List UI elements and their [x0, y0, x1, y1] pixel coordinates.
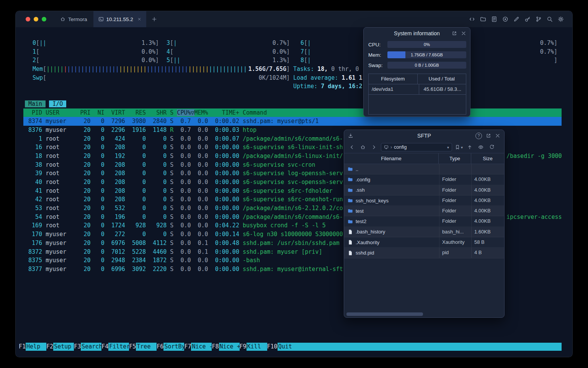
system-information-panel: System information CPU: 0% Mem: 1.75GB /…: [363, 27, 470, 117]
fkey-label-nice[interactable]: Nice +: [219, 343, 240, 351]
file-type: Folder: [439, 216, 471, 226]
back-button[interactable]: [348, 143, 356, 151]
horizontal-scrollbar[interactable]: [346, 312, 503, 316]
process-row-8374[interactable]: 8374 myuser 20 0 7296 3980 2840 S 0.7 0.…: [16, 117, 572, 126]
htop-tab-main[interactable]: Main: [25, 100, 46, 107]
folder-icon: [348, 166, 353, 172]
zoom-window-button[interactable]: [42, 17, 46, 21]
sftp-panel: SFTP ? › config ▾ ▾: [344, 130, 505, 318]
filesystem-table: Filesystem Used / Total /dev/vda1 45.61G…: [368, 74, 466, 115]
command-overflow: ipcserver-access: [506, 213, 562, 222]
file-row-sshd.pid[interactable]: sshd.pidpid4 B: [344, 248, 504, 258]
fkey-label-nice[interactable]: Nice -: [191, 343, 212, 351]
file-row-..[interactable]: ..: [344, 164, 504, 174]
plus-icon: [152, 16, 157, 22]
sort-column-cpu[interactable]: CPU%▽: [177, 109, 194, 116]
close-tab-icon[interactable]: [137, 17, 141, 21]
code-icon[interactable]: [469, 16, 475, 22]
minimize-window-button[interactable]: [34, 17, 38, 21]
column-type[interactable]: Type: [438, 153, 471, 164]
file-row-.ssh[interactable]: .sshFolder4.00KB: [344, 185, 504, 196]
help-icon[interactable]: ?: [475, 133, 482, 139]
file-row-ssh_host_keys[interactable]: ssh_host_keysFolder4.00KB: [344, 196, 504, 206]
fkey-label-search[interactable]: Search: [81, 343, 101, 351]
column-size[interactable]: Size: [471, 153, 504, 164]
swap-usage-bar: 0 B / 1.00GB: [387, 62, 466, 69]
fkey-label-filter[interactable]: Filter: [108, 343, 129, 351]
fkey-f2[interactable]: F2: [46, 343, 53, 351]
new-tab-button[interactable]: [146, 11, 162, 27]
file-size: 4.00KB: [471, 206, 504, 216]
scrollbar-thumb[interactable]: [346, 312, 423, 316]
htop-tab-io[interactable]: I/O: [49, 100, 66, 107]
key-icon[interactable]: [524, 16, 531, 22]
file-size: 1.60KB: [471, 227, 504, 237]
settings-gear-icon[interactable]: [558, 16, 564, 22]
search-icon[interactable]: [547, 16, 553, 22]
fkey-f10[interactable]: F10: [267, 343, 278, 351]
fkey-label-kill[interactable]: Kill: [247, 343, 267, 351]
folder-icon[interactable]: [480, 16, 486, 22]
cpu-meter-5: 5[||1.3%]: [167, 56, 290, 65]
fkey-f5[interactable]: F5: [129, 343, 136, 351]
open-in-window-icon[interactable]: [452, 31, 457, 36]
fkey-f1[interactable]: F1: [19, 343, 26, 351]
path-breadcrumb[interactable]: › config ▾: [381, 143, 452, 151]
file-row-.Xauthority[interactable]: .XauthorityXauthority58 B: [344, 237, 504, 248]
file-name: .config: [356, 177, 370, 182]
titlebar: Termora 10.211.55.2: [16, 11, 572, 27]
caret-down-icon[interactable]: ▾: [447, 145, 449, 150]
file-row-test2[interactable]: test2Folder4.00KB: [344, 216, 504, 227]
file-name: .ssh: [356, 187, 365, 193]
fkey-label-sortby[interactable]: SortBy: [163, 343, 184, 351]
memory-usage-value: 1.75GB / 7.65GB: [387, 51, 466, 58]
fkey-f6[interactable]: F6: [157, 343, 163, 351]
open-in-window-icon[interactable]: [486, 133, 491, 138]
tab-termora-home[interactable]: Termora: [54, 11, 93, 27]
htop-function-bar: F1Help F2Setup F3SearchF4FilterF5Tree F6…: [19, 343, 562, 351]
arrow-left-icon: [349, 145, 354, 150]
command-overflow: /basedir -g 3000: [506, 152, 562, 161]
file-row-test[interactable]: testFolder4.00KB: [344, 206, 504, 216]
git-branch-icon[interactable]: [536, 16, 542, 22]
pencil-icon[interactable]: [513, 16, 519, 22]
eye-icon: [478, 145, 483, 150]
column-filename[interactable]: Filename: [344, 153, 438, 164]
fkey-f4[interactable]: F4: [101, 343, 108, 351]
fkey-f8[interactable]: F8: [212, 343, 219, 351]
file-type: Folder: [439, 206, 471, 216]
fkey-label-tree[interactable]: Tree: [136, 343, 157, 351]
fkey-label-help[interactable]: Help: [26, 343, 46, 351]
fkey-f7[interactable]: F7: [184, 343, 191, 351]
fkey-f9[interactable]: F9: [240, 343, 247, 351]
termora-window: Termora 10.211.55.2: [15, 11, 573, 357]
bookmark-button[interactable]: ▾: [455, 145, 463, 150]
tasks-summary: Tasks: 18, 0 thr, 0: [293, 65, 359, 74]
fkey-label-setup[interactable]: Setup: [53, 343, 74, 351]
sftp-title: SFTP: [417, 133, 431, 139]
bookmark-caret-icon: ▾: [461, 145, 463, 150]
file-name: .Xauthority: [356, 240, 379, 245]
tab-session[interactable]: 10.211.55.2: [93, 11, 146, 27]
file-row-.bash_history[interactable]: .bash_historybash_hi...1.60KB: [344, 227, 504, 237]
fkey-f3[interactable]: F3: [74, 343, 81, 351]
record-icon[interactable]: [502, 16, 508, 22]
parent-directory-button[interactable]: [466, 143, 474, 151]
file-row-.config[interactable]: .configFolder4.00KB: [344, 174, 504, 185]
cpu-meter-1: 1[0.0%]: [33, 48, 159, 56]
fkey-label-quit[interactable]: Quit: [278, 343, 298, 351]
refresh-button[interactable]: [488, 143, 496, 151]
file-size: 58 B: [471, 237, 504, 247]
close-icon[interactable]: [461, 31, 466, 36]
cpu-label: CPU:: [368, 42, 387, 48]
close-window-button[interactable]: [26, 17, 30, 21]
download-icon[interactable]: [348, 133, 353, 138]
home-button[interactable]: [359, 143, 367, 151]
close-icon[interactable]: [495, 133, 500, 138]
show-hidden-files-button[interactable]: [477, 143, 485, 151]
function-bar-filler: [298, 343, 562, 351]
file-size: 4 B: [471, 248, 504, 258]
forward-button[interactable]: [370, 143, 378, 151]
file-list-icon[interactable]: [491, 16, 497, 22]
load-average: Load average: 1.61 1: [293, 74, 363, 82]
